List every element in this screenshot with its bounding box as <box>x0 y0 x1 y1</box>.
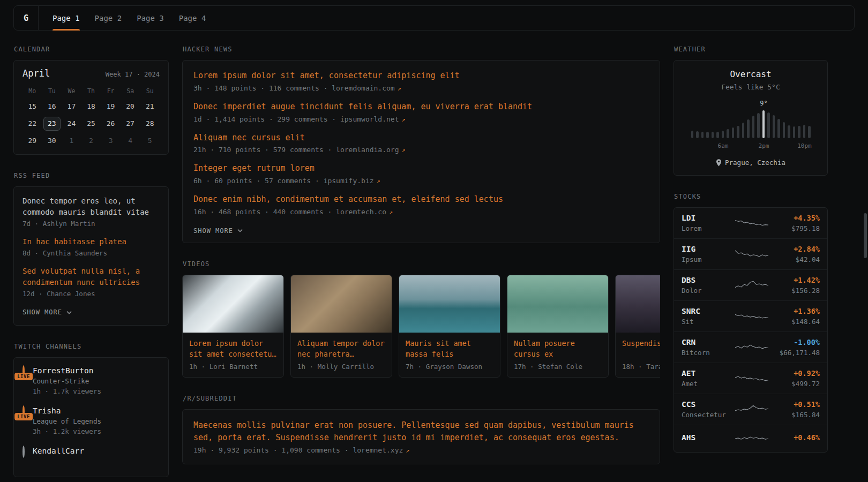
external-link-icon[interactable]: ↗ <box>377 177 380 185</box>
stock-row[interactable]: IIG Ipsum +2.84% $42.04 <box>674 238 827 269</box>
stock-name: Lorem <box>682 224 731 232</box>
hn-item-title[interactable]: Aliquam nec cursus elit <box>193 132 649 144</box>
external-link-icon[interactable]: ↗ <box>402 116 406 123</box>
stock-name: Ipsum <box>682 255 731 263</box>
stock-row[interactable]: SNRC Sit +1.36% $148.64 <box>674 300 827 332</box>
external-link-icon[interactable]: ↗ <box>398 85 401 92</box>
stock-row[interactable]: LDI Lorem +4.35% $795.18 <box>674 208 827 238</box>
video-thumbnail[interactable] <box>291 275 392 333</box>
video-thumbnail[interactable] <box>616 275 660 333</box>
rss-item-title[interactable]: Sed volutpat nulla nisl, a condimentum n… <box>23 266 160 288</box>
subreddit-post: Maecenas mollis pulvinar erat non posuer… <box>193 419 649 455</box>
twitch-channel-row[interactable]: LIVE Trisha League of Legends 3h · 1.2k … <box>23 406 160 435</box>
hn-item: Donec imperdiet augue tincidunt felis al… <box>193 101 649 123</box>
calendar-day-label: Th <box>81 86 101 96</box>
stock-row[interactable]: AET Amet +0.92% $499.72 <box>674 363 827 394</box>
channel-meta: 3h · 1.2k viewers <box>33 427 101 435</box>
scrollbar-thumb[interactable] <box>864 213 867 258</box>
hn-item: Integer eget rutrum lorem 6h · 60 points… <box>193 163 649 185</box>
tab-page-1[interactable]: Page 1 <box>53 6 80 30</box>
hn-item-meta-text: 3h · 148 points · 116 comments · loremdo… <box>193 84 395 92</box>
weather-bar <box>701 132 704 138</box>
rss-item: Donec tempor eros leo, ut commodo mauris… <box>23 195 160 228</box>
stock-change: +0.46% <box>773 433 820 442</box>
calendar-date: 15 <box>23 100 42 114</box>
stock-ticker: DBS <box>682 276 731 284</box>
subreddit-section-title: /R/SUBREDDIT <box>183 395 660 402</box>
calendar-date: 21 <box>140 100 160 114</box>
calendar-date-today: 23 <box>43 117 61 131</box>
weather-time-label: 6am <box>718 142 729 149</box>
weather-current-temp: 9° <box>760 100 767 107</box>
subreddit-post-title[interactable]: Maecenas mollis pulvinar erat non posuer… <box>193 419 649 445</box>
weather-bar <box>783 122 785 138</box>
calendar-date: 25 <box>81 117 101 131</box>
hn-item-title[interactable]: Donec imperdiet augue tincidunt felis al… <box>193 101 649 113</box>
hn-show-more-button[interactable]: SHOW MORE <box>193 227 243 235</box>
weather-bar <box>737 126 739 138</box>
weather-bar <box>767 112 770 138</box>
stock-change: +4.35% <box>773 214 820 222</box>
video-card[interactable]: Suspendisse diam 18h · Tara <box>615 275 660 378</box>
rss-item: Sed volutpat nulla nisl, a condimentum n… <box>23 266 160 298</box>
channel-name: Trisha <box>33 406 101 415</box>
live-badge: LIVE <box>14 373 33 380</box>
video-card[interactable]: Nullam posuere cursus ex 17h · Stefan Co… <box>507 275 609 378</box>
twitch-channel-info: Trisha League of Legends 3h · 1.2k viewe… <box>33 406 101 435</box>
video-meta: 18h · Tara <box>616 359 660 377</box>
external-link-icon[interactable]: ↗ <box>402 146 406 154</box>
stock-id: AET Amet <box>682 369 731 388</box>
stock-sparkline <box>735 216 768 231</box>
weather-bar <box>762 110 765 138</box>
weather-bar <box>773 115 775 138</box>
weather-bar <box>752 116 755 138</box>
location-pin-icon <box>716 159 722 167</box>
stock-ticker: IIG <box>682 245 731 253</box>
stock-id: AHS <box>682 433 731 444</box>
stock-values: +0.46% <box>773 433 820 444</box>
tab-page-4[interactable]: Page 4 <box>179 6 206 30</box>
video-thumbnail[interactable] <box>507 275 608 333</box>
calendar-day-label: Tu <box>42 86 62 96</box>
calendar-day-label: Su <box>140 86 160 96</box>
hn-item-title[interactable]: Donec enim nibh, condimentum et accumsan… <box>193 194 649 206</box>
weather-bar <box>696 131 699 138</box>
subreddit-post-meta: 19h · 9,932 points · 1,090 comments · lo… <box>193 446 649 454</box>
stock-values: +2.84% $42.04 <box>773 245 820 263</box>
hn-item: Donec enim nibh, condimentum et accumsan… <box>193 194 649 216</box>
stock-ticker: AET <box>682 369 731 378</box>
weather-bar <box>798 126 800 138</box>
calendar-date: 16 <box>42 100 62 114</box>
stock-id: SNRC Sit <box>682 307 731 326</box>
stock-row[interactable]: CCS Consectetur +0.51% $165.84 <box>674 394 827 425</box>
channel-name: KendallCarr <box>33 447 84 455</box>
external-link-icon[interactable]: ↗ <box>406 447 409 454</box>
hn-item-title[interactable]: Integer eget rutrum lorem <box>193 163 649 175</box>
hn-item-meta: 1d · 1,414 points · 299 comments · ipsum… <box>193 115 649 123</box>
stock-change: +1.42% <box>773 276 820 284</box>
video-card[interactable]: Aliquam tempor dolor nec pharetra… 1h · … <box>290 275 392 378</box>
weather-bar <box>747 119 750 138</box>
stock-row[interactable]: DBS Dolor +1.42% $156.28 <box>674 269 827 300</box>
external-link-icon[interactable]: ↗ <box>389 208 393 216</box>
calendar-widget: April Week 17 · 2024 Mo Tu We Th Fr Sa S… <box>13 60 169 155</box>
rss-show-more-button[interactable]: SHOW MORE <box>23 308 72 316</box>
hn-item-title[interactable]: Lorem ipsum dolor sit amet, consectetur … <box>193 70 649 82</box>
hn-item-meta: 6h · 60 points · 57 comments · ipsumify.… <box>193 177 649 185</box>
video-card[interactable]: Lorem ipsum dolor sit amet consectetu… 1… <box>182 275 284 378</box>
weather-bar <box>803 125 806 138</box>
twitch-channel-row[interactable]: KendallCarr <box>23 447 160 457</box>
rss-item-title[interactable]: Donec tempor eros leo, ut commodo mauris… <box>23 195 160 218</box>
stock-price: $795.18 <box>773 224 820 232</box>
tab-page-2[interactable]: Page 2 <box>95 6 122 30</box>
calendar-date: 17 <box>62 100 81 114</box>
video-card[interactable]: Mauris sit amet massa felis 7h · Grayson… <box>399 275 500 378</box>
stock-row[interactable]: AHS +0.46% <box>674 425 827 452</box>
twitch-channel-row[interactable]: LIVE ForrestBurton Counter-Strike 1h · 1… <box>23 366 160 395</box>
tab-page-3[interactable]: Page 3 <box>137 6 164 30</box>
calendar-section-title: CALENDAR <box>14 46 169 53</box>
stock-row[interactable]: CRN Bitcorn -1.00% $66,171.48 <box>674 332 827 363</box>
video-thumbnail[interactable] <box>183 275 283 333</box>
video-thumbnail[interactable] <box>399 275 500 333</box>
rss-item-title[interactable]: In hac habitasse platea <box>23 236 160 247</box>
